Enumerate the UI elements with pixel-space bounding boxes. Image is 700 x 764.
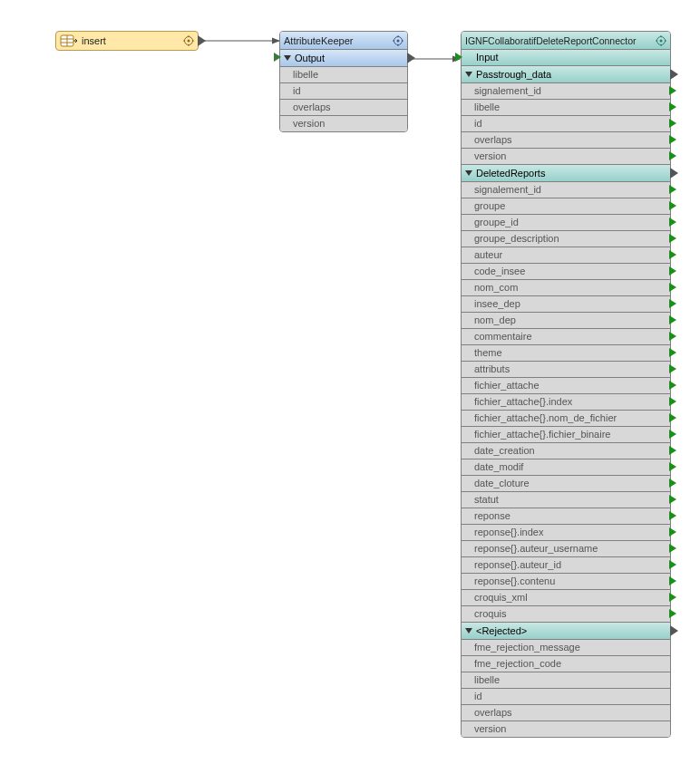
output-port[interactable] <box>198 35 206 46</box>
output-port[interactable] <box>670 69 678 80</box>
attr-output-port[interactable] <box>669 299 676 308</box>
attribute-keeper-node[interactable]: AttributeKeeper Output libelleidoverlaps… <box>279 31 408 132</box>
attribute-row: version <box>280 116 407 131</box>
attribute-row: commentaire <box>462 329 670 345</box>
output-port[interactable] <box>670 625 678 636</box>
attr-output-port[interactable] <box>669 102 676 111</box>
attr-output-port[interactable] <box>669 397 676 406</box>
attribute-row: auteur <box>462 247 670 264</box>
attr-output-port[interactable] <box>669 348 676 357</box>
gear-icon[interactable] <box>656 35 666 46</box>
attr-output-port[interactable] <box>669 151 676 160</box>
attribute-row: signalement_id <box>462 83 670 100</box>
attribute-row: nom_dep <box>462 313 670 329</box>
collapse-icon <box>465 170 472 176</box>
attribute-row: fichier_attache{}.nom_de_fichier <box>462 411 670 427</box>
gear-icon[interactable] <box>183 35 194 46</box>
attr-output-port[interactable] <box>669 430 676 439</box>
input-port[interactable] <box>455 53 462 62</box>
section-label: Output <box>295 53 325 63</box>
attribute-row: fichier_attache <box>462 378 670 394</box>
attribute-row: overlaps <box>462 705 670 721</box>
attr-output-port[interactable] <box>669 576 676 585</box>
attribute-row: reponse{}.index <box>462 525 670 541</box>
svg-point-5 <box>188 40 190 43</box>
svg-point-11 <box>397 39 400 42</box>
attr-output-port[interactable] <box>669 495 676 504</box>
input-label: Input <box>476 52 498 63</box>
input-port[interactable] <box>274 53 281 62</box>
collapse-icon <box>465 628 472 633</box>
attr-output-port[interactable] <box>669 511 676 520</box>
attr-output-port[interactable] <box>669 86 676 95</box>
collapse-icon <box>284 55 291 61</box>
attr-output-port[interactable] <box>669 527 676 537</box>
attr-output-port[interactable] <box>669 609 676 618</box>
svg-point-17 <box>660 39 663 42</box>
attr-output-port[interactable] <box>669 479 676 488</box>
attr-output-port[interactable] <box>669 135 676 144</box>
output-port[interactable] <box>670 168 678 179</box>
attr-output-port[interactable] <box>669 234 676 243</box>
section-label: <Rejected> <box>476 625 527 636</box>
output-section-header[interactable]: Passtrough_data <box>462 66 670 83</box>
attribute-row: code_insee <box>462 264 670 280</box>
attribute-row: date_creation <box>462 443 670 459</box>
attribute-row: theme <box>462 345 670 362</box>
section-label: DeletedReports <box>476 168 545 179</box>
attr-output-port[interactable] <box>669 250 676 259</box>
attribute-row: fme_rejection_code <box>462 656 670 672</box>
attr-output-port[interactable] <box>669 381 676 390</box>
attribute-row: libelle <box>280 67 407 83</box>
attr-output-port[interactable] <box>669 266 676 276</box>
attr-output-port[interactable] <box>669 462 676 471</box>
attr-output-port[interactable] <box>669 218 676 227</box>
ignf-connector-node[interactable]: IGNFCollaboratifDeleteReportConnector In… <box>461 31 671 738</box>
input-port-row[interactable]: Input <box>462 50 670 66</box>
database-icon <box>60 34 78 47</box>
attribute-row: id <box>280 83 407 100</box>
attribute-row: statut <box>462 492 670 508</box>
attribute-row: libelle <box>462 672 670 689</box>
attribute-row: croquis <box>462 606 670 623</box>
reader-node[interactable]: insert <box>55 31 199 51</box>
attr-output-port[interactable] <box>669 332 676 341</box>
attr-output-port[interactable] <box>669 544 676 553</box>
attribute-row: fichier_attache{}.index <box>462 394 670 411</box>
attribute-row: reponse{}.contenu <box>462 574 670 590</box>
attribute-row: overlaps <box>280 100 407 116</box>
attr-output-port[interactable] <box>669 413 676 422</box>
attr-output-port[interactable] <box>669 364 676 373</box>
output-port[interactable] <box>407 53 415 63</box>
attribute-row: overlaps <box>462 132 670 149</box>
attribute-row: libelle <box>462 100 670 116</box>
attr-output-port[interactable] <box>669 185 676 194</box>
output-section-header[interactable]: DeletedReports <box>462 165 670 182</box>
gear-icon[interactable] <box>393 35 403 46</box>
attribute-row: reponse{}.auteur_username <box>462 541 670 557</box>
output-section[interactable]: Output <box>280 50 407 67</box>
attribute-row: date_modif <box>462 459 670 476</box>
attribute-row: fichier_attache{}.fichier_binaire <box>462 427 670 443</box>
attribute-row: nom_com <box>462 280 670 296</box>
attribute-row: date_cloture <box>462 476 670 492</box>
attr-output-port[interactable] <box>669 446 676 455</box>
attr-output-port[interactable] <box>669 560 676 569</box>
attr-output-port[interactable] <box>669 119 676 128</box>
attribute-row: signalement_id <box>462 182 670 198</box>
attr-output-port[interactable] <box>669 593 676 602</box>
attr-output-port[interactable] <box>669 201 676 210</box>
attribute-row: groupe <box>462 198 670 215</box>
output-section-header[interactable]: <Rejected> <box>462 623 670 640</box>
transformer-title: IGNFCollaboratifDeleteReportConnector <box>465 35 637 46</box>
collapse-icon <box>465 72 472 77</box>
transformer-title: AttributeKeeper <box>284 35 353 46</box>
attr-output-port[interactable] <box>669 315 676 324</box>
attr-list: libelleidoverlapsversion <box>280 67 407 131</box>
attribute-row: id <box>462 116 670 132</box>
attr-output-port[interactable] <box>669 283 676 292</box>
reader-label: insert <box>82 35 106 46</box>
attribute-row: groupe_id <box>462 215 670 231</box>
attribute-row: attributs <box>462 362 670 378</box>
attribute-row: croquis_xml <box>462 590 670 606</box>
